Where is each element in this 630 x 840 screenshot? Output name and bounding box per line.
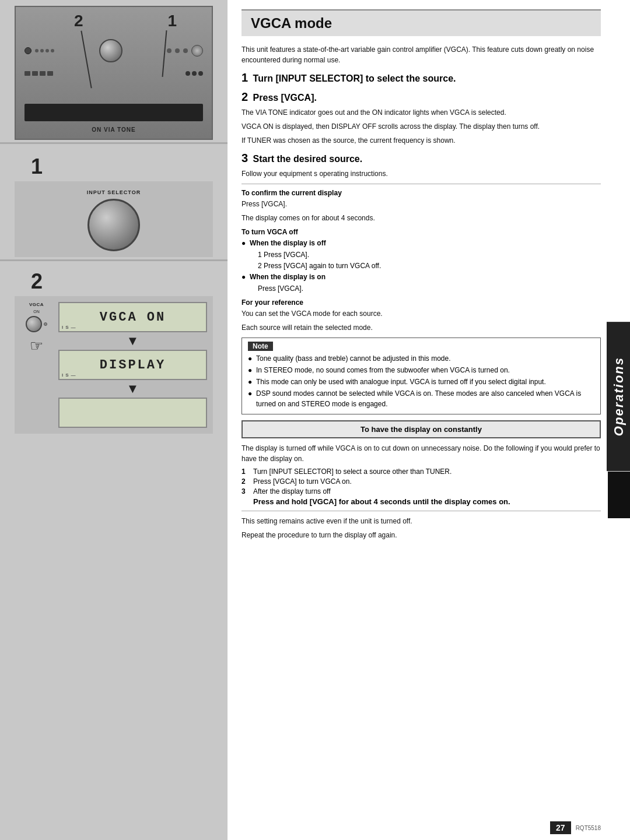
hand-icon: ☞ bbox=[30, 337, 43, 355]
reference-title: For your reference bbox=[242, 298, 601, 307]
step-off-1: 1 Press [VGCA]. bbox=[258, 249, 601, 260]
note-label: Note bbox=[248, 342, 273, 351]
section-2-number: 2 bbox=[20, 269, 43, 294]
intro-text: This unit features a state-of-the-art va… bbox=[242, 44, 601, 65]
step-2-heading: 2 Press [VGCA]. bbox=[242, 90, 601, 104]
on-via-tone-label: ON VIA TONE bbox=[16, 126, 212, 133]
operations-label: Operations bbox=[607, 322, 630, 471]
display-screen-display: DISPLAY IS— bbox=[58, 350, 207, 380]
vgca-label: VGCA bbox=[29, 302, 44, 307]
note-box: Note Tone quality (bass and treble) cann… bbox=[242, 338, 601, 414]
confirm-body2: The display comes on for about 4 seconds… bbox=[242, 213, 601, 223]
note-item-3: This mode can only be used with analogue… bbox=[256, 377, 594, 387]
arrow-down-1: ▼ bbox=[58, 335, 207, 347]
constantly-footer1: This setting remains active even if the … bbox=[242, 516, 601, 526]
step-1-heading: 1 Turn [INPUT SELECTOR] to select the so… bbox=[242, 71, 601, 85]
divider-1 bbox=[242, 184, 601, 184]
confirm-title: To confirm the current display bbox=[242, 189, 601, 197]
page-number: 27 bbox=[550, 821, 571, 834]
page-footer: 27 RQT5518 bbox=[550, 821, 601, 834]
operations-tab: Operations bbox=[608, 0, 630, 840]
constantly-body: The display is turned off while VGCA is … bbox=[242, 443, 601, 464]
note-item-1: Tone quality (bass and treble) cannot be… bbox=[256, 353, 594, 364]
rqt-code: RQT5518 bbox=[576, 825, 601, 831]
turn-off-title: To turn VGCA off bbox=[242, 228, 601, 236]
step2-body1: The VIA TONE indicator goes out and the … bbox=[242, 107, 601, 118]
display-screen-empty bbox=[58, 398, 207, 428]
reference-body2: Each source will retain the selected mod… bbox=[242, 322, 601, 333]
note-item-2: In STEREO mode, no sound comes from the … bbox=[256, 365, 594, 375]
step-on-1: Press [VGCA]. bbox=[258, 283, 601, 294]
divider-2 bbox=[242, 511, 601, 511]
is-label-1: IS— bbox=[62, 325, 78, 330]
step2-body3: If TUNER was chosen as the source, the c… bbox=[242, 135, 601, 146]
vgca-on-label: ON bbox=[33, 310, 40, 314]
left-panel: 2 1 bbox=[0, 0, 228, 840]
label-1: 1 bbox=[167, 12, 177, 30]
confirm-body1: Press [VGCA]. bbox=[242, 199, 601, 209]
display-screen-vgca-on: VGCA ON IS— bbox=[58, 302, 207, 332]
reference-body1: You can set the VGCA mode for each sourc… bbox=[242, 308, 601, 319]
input-selector-knob bbox=[88, 199, 140, 251]
constantly-step2: 2 Press [VGCA] to turn VGCA on. bbox=[242, 477, 601, 486]
operations-black-section bbox=[608, 472, 630, 518]
step-3-heading: 3 Start the desired source. bbox=[242, 152, 601, 165]
constantly-step1: 1 Turn [INPUT SELECTOR] to select a sour… bbox=[242, 468, 601, 476]
page-header: VGCA mode bbox=[242, 9, 601, 36]
when-display-off: When the display is off bbox=[250, 238, 601, 248]
input-selector-label: INPUT SELECTOR bbox=[87, 189, 141, 195]
is-label-2: IS— bbox=[62, 372, 78, 378]
arrow-down-2: ▼ bbox=[58, 382, 207, 395]
constantly-footer2: Repeat the procedure to turn the display… bbox=[242, 530, 601, 540]
step2-body2: VGCA ON is displayed, then DISPLAY OFF s… bbox=[242, 121, 601, 132]
section-1-number: 1 bbox=[20, 154, 43, 179]
step3-body: Follow your equipment s operating instru… bbox=[242, 168, 601, 179]
note-item-4: DSP sound modes cannot be selected while… bbox=[256, 388, 594, 409]
display-screens: VGCA ON IS— ▼ DISPLAY IS— ▼ bbox=[58, 302, 207, 428]
when-display-on: When the display is on bbox=[250, 272, 601, 282]
vgca-display-section: VGCA ON ☞ VGCA ON IS— ▼ DISPLAY IS— ▼ bbox=[15, 296, 213, 434]
vgca-button-area: VGCA ON ☞ bbox=[20, 302, 52, 355]
label-2: 2 bbox=[74, 12, 83, 30]
right-panel: VGCA mode This unit features a state-of-… bbox=[228, 0, 630, 840]
constantly-step3: 3 After the display turns off bbox=[242, 487, 601, 495]
page-title: VGCA mode bbox=[251, 15, 332, 31]
content-area: VGCA mode This unit features a state-of-… bbox=[228, 0, 630, 840]
highlight-box: To have the display on constantly bbox=[242, 420, 601, 438]
device-illustration-top: 2 1 bbox=[15, 6, 213, 140]
step-off-2: 2 Press [VGCA] again to turn VGCA off. bbox=[258, 261, 601, 271]
constantly-step3-bold: Press and hold [VGCA] for about 4 second… bbox=[253, 497, 601, 506]
input-selector-section: INPUT SELECTOR bbox=[15, 181, 213, 257]
